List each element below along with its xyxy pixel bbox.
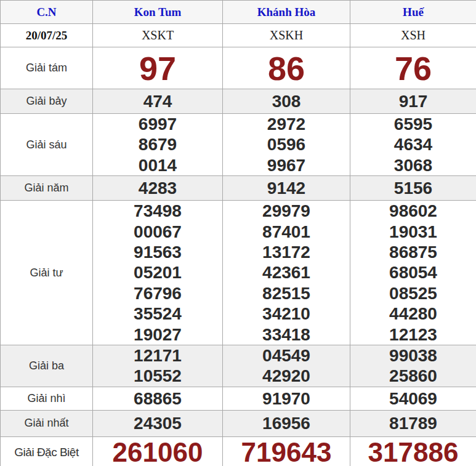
lottery-results-table: C.N Kon Tum Khánh Hòa Huế 20/07/25 XSKT … <box>0 0 476 466</box>
prize-number: 12171 <box>93 345 222 366</box>
station-header-kontum[interactable]: Kon Tum <box>93 1 223 24</box>
prize-number: 54069 <box>350 388 476 409</box>
prize-number: 87401 <box>223 222 350 242</box>
prize-number: 33418 <box>223 324 350 345</box>
prize-numbers-cell: 29979874011317242361825153421033418 <box>223 201 350 345</box>
prize-number: 35524 <box>93 303 222 324</box>
prize-numbers-cell: 261060 <box>93 436 223 466</box>
prize-number: 6997 <box>93 114 222 134</box>
prize-label-tu: Giải tư <box>1 201 93 345</box>
prize-number: 317886 <box>350 437 476 466</box>
prize-number: 3068 <box>350 155 476 175</box>
lottery-results-widget: C.N Kon Tum Khánh Hòa Huế 20/07/25 XSKT … <box>0 0 476 466</box>
prize-number: 4634 <box>350 134 476 155</box>
prize-label-nhat: Giải nhất <box>1 410 93 436</box>
prize-numbers-cell: 9903825860 <box>350 345 476 387</box>
day-header-cell[interactable]: C.N <box>1 1 93 24</box>
prize-number: 917 <box>350 91 476 111</box>
prize-row-db: Giải Đặc Biệt261060719643317886 <box>1 436 476 466</box>
station-header-khanhhoa[interactable]: Khánh Hòa <box>223 1 350 24</box>
prize-numbers-cell: 76 <box>350 47 476 89</box>
prize-number: 2972 <box>223 114 350 134</box>
prize-numbers-cell: 1217110552 <box>93 345 223 387</box>
prize-number: 86875 <box>350 242 476 262</box>
station-link-khanhhoa[interactable]: Khánh Hòa <box>257 6 316 19</box>
prize-number: 10552 <box>93 366 222 386</box>
prize-number: 91970 <box>223 388 350 409</box>
prize-number: 19027 <box>93 324 222 345</box>
prize-row-ba: Giải ba121711055204549429209903825860 <box>1 345 476 387</box>
prize-numbers-cell: 474 <box>93 89 223 114</box>
prize-numbers-cell: 4283 <box>93 176 223 201</box>
prize-number: 261060 <box>93 437 222 466</box>
prize-number: 73498 <box>93 201 222 221</box>
prize-label-bay: Giải bảy <box>1 89 93 114</box>
prize-numbers-cell: 659546343068 <box>350 114 476 176</box>
prize-numbers-cell: 9142 <box>223 176 350 201</box>
prize-numbers-cell: 699786790014 <box>93 114 223 176</box>
prize-number: 86 <box>223 48 350 89</box>
prize-number: 42920 <box>223 366 350 386</box>
prize-numbers-cell: 73498000679156305201767963552419027 <box>93 201 223 345</box>
prize-number: 68054 <box>350 262 476 283</box>
prize-number: 98602 <box>350 201 476 221</box>
prize-label-nhi: Giải nhì <box>1 387 93 410</box>
prize-number: 0014 <box>93 155 222 175</box>
prize-number: 29979 <box>223 201 350 221</box>
prize-number: 9142 <box>223 178 350 198</box>
prize-numbers-cell: 86 <box>223 47 350 89</box>
prize-number: 25860 <box>350 366 476 386</box>
draw-code-xskt: XSKT <box>93 24 223 47</box>
draw-date-cell: 20/07/25 <box>1 24 93 47</box>
prize-number: 24305 <box>93 413 222 433</box>
prize-label-nam: Giải năm <box>1 176 93 201</box>
prize-number: 12123 <box>350 324 476 345</box>
prize-label-db: Giải Đặc Biệt <box>1 436 93 466</box>
prize-number: 44280 <box>350 303 476 324</box>
station-link-kontum[interactable]: Kon Tum <box>134 6 182 19</box>
prize-numbers-cell: 5156 <box>350 176 476 201</box>
prize-label-tam: Giải tám <box>1 47 93 89</box>
prize-numbers-cell: 81789 <box>350 410 476 436</box>
station-link-hue[interactable]: Huế <box>403 6 424 19</box>
draw-code-row: 20/07/25 XSKT XSKH XSH <box>1 24 476 47</box>
prize-number: 16956 <box>223 413 350 433</box>
prize-numbers-cell: 98602190318687568054085254428012123 <box>350 201 476 345</box>
prize-number: 97 <box>93 48 222 89</box>
draw-code-label: XSH <box>401 28 426 42</box>
prize-number: 474 <box>93 91 222 111</box>
prize-number: 76 <box>350 48 476 89</box>
prize-number: 19031 <box>350 222 476 242</box>
prize-row-sau: Giải sáu69978679001429720596996765954634… <box>1 114 476 176</box>
prize-number: 91563 <box>93 242 222 262</box>
prize-numbers-cell: 91970 <box>223 387 350 410</box>
prize-numbers-cell: 317886 <box>350 436 476 466</box>
draw-code-xskh: XSKH <box>223 24 350 47</box>
prize-row-nhat: Giải nhất243051695681789 <box>1 410 476 436</box>
prize-numbers-cell: 297205969967 <box>223 114 350 176</box>
prize-numbers-cell: 0454942920 <box>223 345 350 387</box>
prize-number: 6595 <box>350 114 476 134</box>
prize-number: 34210 <box>223 303 350 324</box>
station-header-row: C.N Kon Tum Khánh Hòa Huế <box>1 1 476 24</box>
prize-numbers-cell: 917 <box>350 89 476 114</box>
prize-number: 99038 <box>350 345 476 366</box>
prize-number: 8679 <box>93 134 222 155</box>
prize-number: 81789 <box>350 413 476 433</box>
draw-code-label: XSKT <box>142 28 174 42</box>
prize-number: 308 <box>223 91 350 111</box>
prize-number: 76796 <box>93 283 222 303</box>
prize-number: 0596 <box>223 134 350 155</box>
prize-number: 00067 <box>93 222 222 242</box>
day-header-label[interactable]: C.N <box>36 6 56 19</box>
prize-numbers-cell: 16956 <box>223 410 350 436</box>
prize-row-nhi: Giải nhì688659197054069 <box>1 387 476 410</box>
draw-code-label: XSKH <box>270 28 303 42</box>
prize-numbers-cell: 24305 <box>93 410 223 436</box>
station-header-hue[interactable]: Huế <box>350 1 476 24</box>
prize-number: 9967 <box>223 155 350 175</box>
draw-date: 20/07/25 <box>26 29 68 42</box>
prize-numbers-cell: 54069 <box>350 387 476 410</box>
prize-number: 04549 <box>223 345 350 366</box>
prize-number: 13172 <box>223 242 350 262</box>
